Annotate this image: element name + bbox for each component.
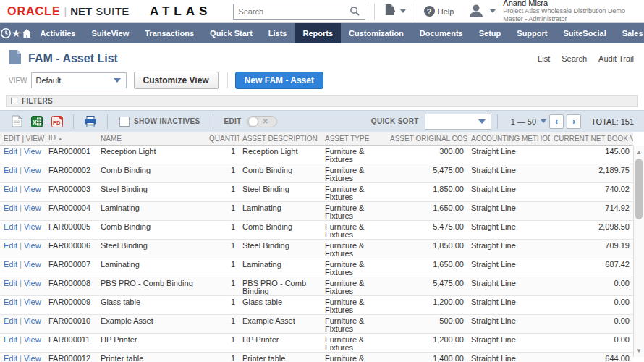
asset-description: Example Asset	[239, 315, 321, 325]
view-link[interactable]: View	[24, 298, 41, 306]
nav-menu-item[interactable]: Reports	[295, 23, 341, 43]
nav-menu-item[interactable]: Documents	[412, 23, 471, 43]
col-header-net-book-value[interactable]: CURRENT NET BOOK VALUE	[550, 132, 633, 146]
edit-link[interactable]: Edit	[4, 260, 17, 269]
accounting-method: Straight Line	[467, 202, 550, 212]
print-icon[interactable]	[84, 116, 97, 127]
row-actions: Edit | View	[0, 146, 45, 156]
view-link[interactable]: View	[24, 222, 41, 231]
edit-link[interactable]: Edit	[4, 166, 17, 174]
nav-menu-item[interactable]: Quick Start	[202, 23, 260, 43]
edit-link[interactable]: Edit	[4, 185, 17, 193]
edit-link[interactable]: Edit	[4, 222, 17, 231]
edit-link[interactable]: Edit	[4, 203, 17, 212]
edit-link[interactable]: Edit	[4, 335, 17, 344]
asset-name: Comb Binding	[97, 221, 206, 231]
view-link[interactable]: View	[24, 335, 41, 344]
shortcuts-star-icon[interactable]: ★	[12, 23, 21, 43]
export-csv-icon[interactable]	[12, 115, 22, 127]
current-net-book-value: 2,189.75	[550, 164, 633, 174]
nav-menu-item[interactable]: Lists	[260, 23, 295, 43]
page-link[interactable]: List	[538, 54, 550, 63]
nav-menu-item[interactable]: SuiteView	[83, 23, 137, 43]
edit-link[interactable]: Edit	[4, 316, 17, 325]
page-range[interactable]: 1 — 50	[511, 117, 536, 126]
page-link[interactable]: Search	[562, 54, 587, 63]
row-actions: Edit | View	[0, 296, 45, 306]
scroll-up-icon[interactable]: ▲	[634, 147, 644, 157]
nav-menu-item[interactable]: Setup	[471, 23, 509, 43]
quick-sort-caret-icon	[478, 119, 486, 124]
asset-quantity: 1	[206, 164, 239, 174]
page-link[interactable]: Audit Trail	[598, 54, 634, 63]
next-page-button[interactable]: ›	[567, 114, 581, 129]
total-count: TOTAL: 151	[591, 117, 634, 126]
recent-records-icon[interactable]	[0, 23, 12, 43]
edit-link[interactable]: Edit	[4, 147, 17, 156]
asset-quantity: 1	[206, 221, 239, 231]
view-link[interactable]: View	[24, 185, 41, 193]
vertical-scrollbar[interactable]: ▲ ▼	[633, 146, 644, 357]
nav-menu-item[interactable]: Transactions	[137, 23, 202, 43]
user-menu-caret-icon[interactable]	[490, 9, 496, 13]
scroll-down-icon[interactable]: ▼	[634, 345, 644, 355]
help-icon[interactable]: ?	[424, 6, 435, 17]
edit-toggle[interactable]: ✕	[247, 116, 277, 127]
current-net-book-value: 709.19	[550, 240, 633, 250]
user-avatar-icon[interactable]	[467, 3, 486, 20]
row-actions: Edit | View	[0, 334, 45, 344]
col-header-description[interactable]: ASSET DESCRIPTION	[239, 132, 321, 146]
col-header-accounting-method[interactable]: ACCOUNTING METHOD	[467, 132, 550, 146]
asset-original-cost: 5,475.00	[386, 221, 467, 231]
quick-sort-select[interactable]	[425, 114, 491, 130]
asset-original-cost: 1,400.00	[386, 353, 467, 362]
view-link[interactable]: View	[24, 279, 41, 287]
help-button[interactable]: ? Help	[424, 6, 454, 17]
logo-divider: |	[64, 6, 67, 17]
table-row: Edit | View FAR000007 Laminating 1 Lamin…	[0, 258, 633, 277]
col-header-original-cost[interactable]: ASSET ORIGINAL COST	[386, 132, 467, 146]
create-new-caret-icon[interactable]	[400, 9, 406, 13]
col-header-name[interactable]: NAME	[97, 132, 206, 146]
view-link[interactable]: View	[24, 147, 41, 156]
export-pdf-icon[interactable]: PD	[51, 116, 63, 127]
view-link[interactable]: View	[24, 260, 41, 269]
show-inactives-checkbox[interactable]	[119, 117, 130, 127]
edit-link[interactable]: Edit	[4, 298, 17, 306]
create-new-icon[interactable]	[384, 4, 396, 19]
nav-menu-item[interactable]: Sales	[614, 23, 644, 43]
home-icon[interactable]	[21, 23, 33, 43]
edit-link[interactable]: Edit	[4, 354, 17, 362]
customize-view-button[interactable]: Customize View	[134, 72, 219, 89]
page-range-caret-icon[interactable]	[541, 119, 546, 123]
new-fam-asset-button[interactable]: New FAM - Asset	[235, 72, 323, 89]
edit-link[interactable]: Edit	[4, 279, 17, 287]
search-icon[interactable]	[349, 6, 360, 17]
view-link[interactable]: View	[24, 203, 41, 212]
view-link[interactable]: View	[24, 166, 41, 174]
col-header-asset-type[interactable]: ASSET TYPE	[321, 132, 386, 146]
col-header-id[interactable]: ID ▲	[45, 132, 97, 146]
search-input[interactable]	[234, 4, 345, 19]
nav-menu-item[interactable]: Support	[509, 23, 555, 43]
prev-page-button[interactable]: ‹	[549, 114, 564, 129]
filters-expand-icon[interactable]	[11, 98, 17, 104]
create-new-menu[interactable]	[384, 4, 406, 19]
accounting-method: Straight Line	[467, 146, 550, 156]
view-link[interactable]: View	[24, 241, 41, 250]
export-excel-icon[interactable]: X	[31, 116, 43, 127]
nav-menu-item[interactable]: Customization	[341, 23, 412, 43]
global-search[interactable]	[233, 4, 365, 20]
table-row: Edit | View FAR000001 Reception Light 1 …	[0, 146, 633, 164]
filters-bar[interactable]: FILTERS	[6, 95, 638, 107]
view-select[interactable]: Default	[31, 72, 127, 88]
user-menu[interactable]	[467, 3, 496, 20]
nav-menu-item[interactable]: Activities	[33, 23, 84, 43]
edit-link[interactable]: Edit	[4, 241, 17, 250]
col-header-quantity[interactable]: QUANTITY	[206, 132, 239, 146]
scrollbar-thumb[interactable]	[635, 159, 643, 219]
view-link[interactable]: View	[24, 316, 41, 325]
view-link[interactable]: View	[24, 354, 41, 362]
nav-menu-item[interactable]: SuiteSocial	[555, 23, 614, 43]
nav-menu-item-label: Transactions	[145, 29, 194, 38]
